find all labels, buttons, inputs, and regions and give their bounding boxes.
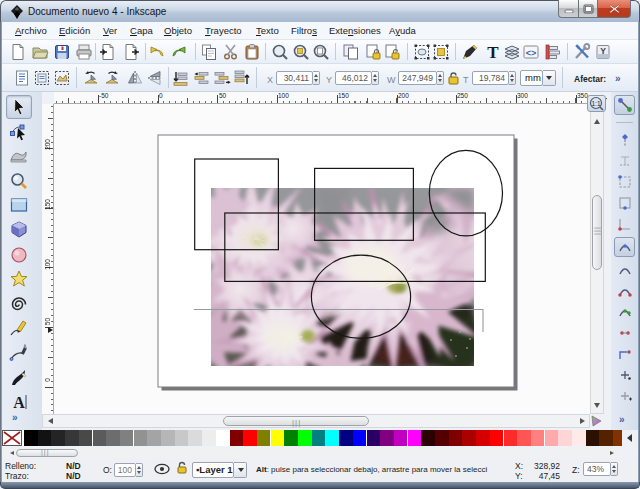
svg-text:1:1: 1:1 (591, 100, 600, 107)
svg-text:A: A (13, 394, 25, 411)
svg-text:<>: <> (526, 48, 537, 58)
svg-text:T: T (487, 43, 499, 61)
svg-text:Y: Y (600, 46, 606, 56)
